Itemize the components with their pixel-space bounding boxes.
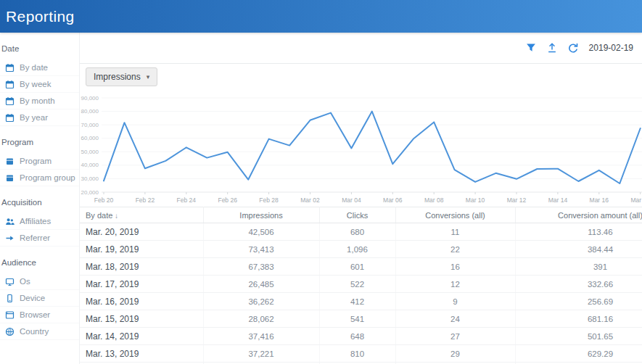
table-cell: 681.16: [515, 310, 642, 328]
table-row: Mar. 16, 201936,2624129256.69: [80, 293, 642, 310]
sidebar-item-label: By year: [20, 113, 48, 122]
sidebar-item-by-month[interactable]: By month: [0, 93, 79, 109]
sidebar-item-label: Country: [20, 327, 49, 336]
sidebar-item-program[interactable]: Program: [0, 153, 79, 170]
table-cell: 384.44: [515, 241, 642, 258]
table-cell: 601: [319, 258, 395, 276]
sidebar-item-label: Browser: [20, 310, 50, 319]
svg-text:Mar 10: Mar 10: [466, 197, 485, 204]
column-header-conversion-amount-all[interactable]: Conversion amount (all): [515, 207, 642, 223]
svg-text:Mar 04: Mar 04: [342, 197, 361, 204]
chart-controls: Impressions ▾: [80, 64, 642, 91]
svg-text:30,000: 30,000: [81, 175, 99, 182]
sidebar-item-browser[interactable]: Browser: [0, 307, 79, 323]
sidebar-item-country[interactable]: Country: [0, 323, 79, 340]
calendar-icon: [5, 113, 15, 123]
table-cell: 810: [319, 345, 395, 363]
table-row: Mar. 13, 201937,22181029629.29: [80, 345, 642, 363]
box-icon: [5, 157, 15, 166]
svg-text:Mar 08: Mar 08: [424, 197, 444, 204]
cell-date: Mar. 16, 2019: [80, 293, 203, 310]
report-date[interactable]: 2019-02-19: [589, 43, 633, 53]
sidebar-item-label: Device: [20, 294, 45, 302]
page-title: Reporting: [6, 8, 75, 25]
cell-date: Mar. 20, 2019: [80, 223, 203, 241]
sidebar-item-by-week[interactable]: By week: [0, 76, 79, 93]
arrow-right-icon: [5, 233, 15, 243]
browser-icon: [5, 310, 15, 320]
impressions-line-chart: 20,00030,00040,00050,00060,00070,00080,0…: [80, 91, 642, 207]
sort-desc-icon: ↓: [112, 212, 118, 220]
table-row: Mar. 19, 201973,4131,09622384.44: [80, 241, 642, 258]
app-header: Reporting: [0, 0, 642, 33]
table-row: Mar. 18, 201967,38360116391: [80, 258, 642, 276]
table-cell: 73,413: [203, 241, 319, 258]
svg-text:20,000: 20,000: [81, 189, 99, 196]
monitor-icon: [5, 277, 15, 286]
export-icon[interactable]: [547, 43, 557, 53]
device-icon: [5, 294, 15, 303]
sidebar-item-referrer[interactable]: Referrer: [0, 230, 79, 247]
table-cell: 1,096: [319, 241, 395, 258]
metric-dropdown[interactable]: Impressions ▾: [86, 67, 157, 86]
sidebar-item-program-group[interactable]: Program group: [0, 170, 79, 186]
sidebar-item-affiliates[interactable]: Affiliates: [0, 213, 79, 230]
table-cell: 113.46: [515, 223, 642, 241]
sidebar-item-label: By month: [20, 96, 55, 105]
cell-date: Mar. 14, 2019: [80, 328, 203, 345]
app-root: Reporting DateBy dateBy weekBy monthBy y…: [0, 0, 642, 364]
sidebar-item-label: By date: [20, 63, 48, 72]
sidebar-item-label: Referrer: [20, 233, 50, 242]
cell-date: Mar. 13, 2019: [80, 345, 203, 363]
table-cell: 22: [395, 241, 515, 258]
svg-text:Mar 02: Mar 02: [300, 197, 320, 204]
svg-text:70,000: 70,000: [81, 122, 99, 128]
table-cell: 27: [395, 328, 515, 345]
metric-dropdown-label: Impressions: [94, 72, 141, 82]
svg-text:80,000: 80,000: [81, 108, 99, 115]
table-cell: 29: [395, 345, 515, 363]
table-cell: 332.66: [515, 276, 642, 293]
table-cell: 42,506: [203, 223, 319, 241]
sidebar-item-by-year[interactable]: By year: [0, 109, 79, 126]
report-table: By date ↓ImpressionsClicksConversions (a…: [80, 207, 642, 364]
svg-text:50,000: 50,000: [81, 149, 99, 155]
column-header-by-date[interactable]: By date ↓: [80, 207, 203, 223]
table-header-row: By date ↓ImpressionsClicksConversions (a…: [80, 207, 642, 223]
sidebar-item-device[interactable]: Device: [0, 290, 79, 307]
column-header-conversions-all[interactable]: Conversions (all): [395, 207, 515, 223]
svg-text:90,000: 90,000: [81, 95, 99, 102]
cell-date: Mar. 18, 2019: [80, 258, 203, 276]
table-cell: 36,262: [203, 293, 319, 310]
table-cell: 541: [319, 310, 395, 328]
sidebar: DateBy dateBy weekBy monthBy yearProgram…: [0, 33, 80, 364]
table-cell: 24: [395, 310, 515, 328]
table-cell: 522: [319, 276, 395, 293]
table-cell: 37,416: [203, 328, 319, 345]
sidebar-item-label: Os: [20, 277, 30, 286]
filter-icon[interactable]: [526, 43, 536, 53]
app-body: DateBy dateBy weekBy monthBy yearProgram…: [0, 33, 642, 364]
chevron-down-icon: ▾: [147, 73, 150, 80]
svg-text:Mar 14: Mar 14: [548, 197, 568, 204]
table-row: Mar. 20, 201942,50668011113.46: [80, 223, 642, 241]
calendar-icon: [5, 96, 15, 106]
svg-text:Feb 28: Feb 28: [259, 197, 279, 204]
table-cell: 256.69: [515, 293, 642, 310]
table-cell: 680: [319, 223, 395, 241]
column-header-impressions[interactable]: Impressions: [203, 207, 319, 223]
column-header-clicks[interactable]: Clicks: [319, 207, 395, 223]
svg-text:Feb 20: Feb 20: [94, 197, 114, 204]
sidebar-section-acquisition: Acquisition: [0, 198, 79, 213]
sidebar-item-os[interactable]: Os: [0, 273, 79, 290]
sidebar-item-by-date[interactable]: By date: [0, 59, 79, 76]
table-cell: 501.65: [515, 328, 642, 345]
calendar-icon: [5, 63, 15, 73]
table-cell: 391: [515, 258, 642, 276]
sidebar-item-label: Affiliates: [20, 217, 51, 226]
main-content: 2019-02-19 Impressions ▾ 20,00030,00040,…: [80, 33, 642, 364]
cell-date: Mar. 19, 2019: [80, 241, 203, 258]
refresh-icon[interactable]: [568, 43, 578, 53]
svg-text:Mar 16: Mar 16: [590, 197, 609, 204]
svg-text:Feb 24: Feb 24: [177, 197, 197, 204]
